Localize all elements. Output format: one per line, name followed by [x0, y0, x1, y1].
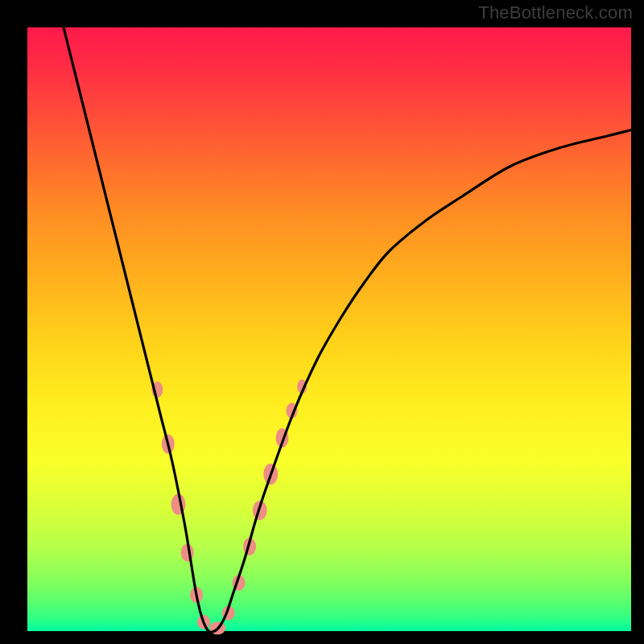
plot-area	[27, 27, 631, 631]
watermark-text: TheBottleneck.com	[478, 2, 633, 23]
curve-svg	[27, 27, 631, 631]
chart-container: TheBottleneck.com	[0, 0, 644, 644]
marker-layer	[151, 379, 307, 634]
bottleneck-curve	[64, 27, 631, 632]
